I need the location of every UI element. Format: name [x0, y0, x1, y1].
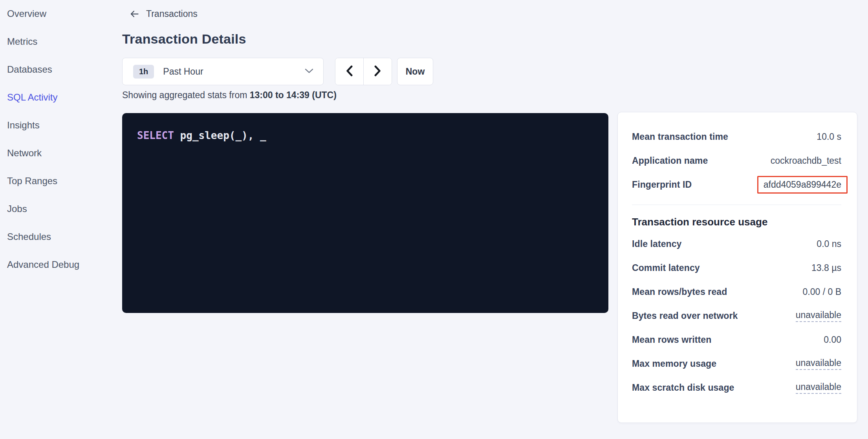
- sidebar-item-jobs[interactable]: Jobs: [0, 195, 118, 223]
- sidebar-item-advanced-debug[interactable]: Advanced Debug: [0, 251, 118, 279]
- row-idle-latency: Idle latency 0.0 ns: [632, 232, 841, 256]
- sidebar-item-overview[interactable]: Overview: [0, 0, 118, 28]
- row-label: Max memory usage: [632, 359, 716, 369]
- row-max-memory-usage: Max memory usage unavailable: [632, 352, 841, 376]
- sidebar-item-sql-activity[interactable]: SQL Activity: [0, 84, 118, 112]
- row-value: 0.00: [824, 335, 841, 345]
- chevron-right-icon: [374, 65, 381, 78]
- row-bytes-read-over-network: Bytes read over network unavailable: [632, 304, 841, 328]
- breadcrumb-label: Transactions: [146, 9, 198, 19]
- sidebar-item-insights[interactable]: Insights: [0, 112, 118, 140]
- row-application-name: Application name cockroachdb_test: [632, 149, 841, 173]
- resource-usage-heading: Transaction resource usage: [632, 216, 841, 228]
- row-mean-rows-written: Mean rows written 0.00: [632, 328, 841, 352]
- row-value: 0.0 ns: [817, 239, 841, 249]
- row-fingerprint-id: Fingerprint ID afdd4059a899442e: [632, 173, 841, 197]
- sidebar-item-schedules[interactable]: Schedules: [0, 223, 118, 251]
- sql-statement: SELECT pg_sleep(_), _: [137, 130, 266, 141]
- aggregated-stats-text: Showing aggregated stats from 13:00 to 1…: [122, 90, 337, 101]
- row-label: Idle latency: [632, 239, 681, 249]
- row-label: Bytes read over network: [632, 311, 738, 321]
- row-mean-transaction-time: Mean transaction time 10.0 s: [632, 125, 841, 149]
- row-label: Mean rows written: [632, 335, 711, 345]
- interval-badge: 1h: [133, 65, 154, 79]
- sidebar: Overview Metrics Databases SQL Activity …: [0, 0, 118, 439]
- previous-range-button[interactable]: [335, 58, 364, 85]
- sql-keyword: SELECT: [137, 130, 174, 141]
- row-commit-latency: Commit latency 13.8 µs: [632, 256, 841, 280]
- row-value: 13.8 µs: [811, 263, 841, 273]
- arrow-left-icon: [129, 9, 140, 19]
- interval-label: Past Hour: [163, 66, 203, 77]
- sql-statement-box: SELECT pg_sleep(_), _: [122, 113, 608, 313]
- card-divider: [632, 205, 841, 205]
- range-arrow-group: [335, 58, 392, 85]
- row-label: Mean transaction time: [632, 132, 728, 142]
- time-range-dropdown[interactable]: 1h Past Hour: [122, 58, 324, 85]
- chevron-down-icon: [305, 68, 313, 75]
- next-range-button[interactable]: [364, 58, 392, 85]
- transaction-details-card: Mean transaction time 10.0 s Application…: [617, 112, 857, 423]
- row-max-scratch-disk-usage: Max scratch disk usage unavailable: [632, 376, 841, 400]
- row-label: Application name: [632, 155, 708, 166]
- row-mean-rows-bytes-read: Mean rows/bytes read 0.00 / 0 B: [632, 280, 841, 304]
- row-value: 10.0 s: [817, 132, 841, 142]
- unavailable-tooltip-value[interactable]: unavailable: [796, 310, 841, 322]
- breadcrumb-back-transactions[interactable]: Transactions: [129, 9, 198, 19]
- unavailable-tooltip-value[interactable]: unavailable: [796, 358, 841, 370]
- row-label: Mean rows/bytes read: [632, 287, 727, 297]
- fingerprint-id-value-highlighted: afdd4059a899442e: [757, 176, 848, 194]
- row-label: Commit latency: [632, 263, 700, 273]
- sidebar-item-top-ranges[interactable]: Top Ranges: [0, 167, 118, 196]
- sidebar-item-metrics[interactable]: Metrics: [0, 28, 118, 56]
- row-value: cockroachdb_test: [771, 155, 841, 166]
- sidebar-item-databases[interactable]: Databases: [0, 56, 118, 84]
- row-label: Max scratch disk usage: [632, 382, 734, 393]
- row-label: Fingerprint ID: [632, 179, 692, 190]
- stats-prefix: Showing aggregated stats from: [122, 90, 250, 100]
- now-button[interactable]: Now: [397, 58, 433, 85]
- time-range-controls: 1h Past Hour Now: [122, 58, 433, 85]
- row-value: 0.00 / 0 B: [803, 287, 841, 297]
- sidebar-item-network[interactable]: Network: [0, 139, 118, 168]
- chevron-left-icon: [346, 65, 353, 78]
- stats-range: 13:00 to 14:39 (UTC): [250, 90, 337, 100]
- page-title: Transaction Details: [122, 31, 246, 47]
- unavailable-tooltip-value[interactable]: unavailable: [796, 382, 841, 394]
- sql-body: pg_sleep(_), _: [174, 130, 266, 141]
